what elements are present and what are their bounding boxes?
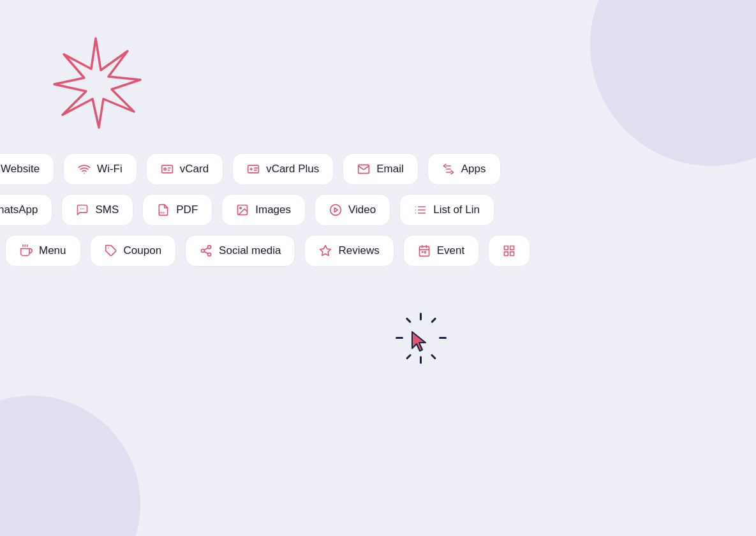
dash-line-6: [431, 354, 436, 359]
svg-rect-42: [424, 251, 426, 253]
bg-circle-top-right: [590, 0, 756, 166]
chip-event-label: Event: [437, 244, 464, 257]
chip-whatsapp-label: WhatsApp: [0, 204, 38, 216]
svg-marker-36: [320, 246, 331, 256]
sms-icon: [76, 204, 89, 216]
chip-wifi-label: Wi-Fi: [97, 163, 122, 175]
dash-line-4: [420, 356, 422, 364]
apps-icon: [442, 163, 455, 175]
chip-video[interactable]: Video: [315, 194, 390, 226]
chip-vcard-plus-label: vCard Plus: [266, 163, 319, 175]
dash-line-7: [431, 317, 436, 323]
cursor-arrow: [410, 331, 430, 356]
chip-email-label: Email: [376, 163, 404, 175]
chip-whatsapp[interactable]: WhatsApp: [0, 194, 52, 226]
chips-content: Website Wi-Fi vCard: [0, 153, 756, 267]
star-burst-decoration: [45, 32, 147, 134]
bg-circle-bottom-left: [0, 396, 140, 536]
vcard-icon: [161, 163, 174, 175]
chip-event[interactable]: Event: [403, 235, 479, 267]
chip-menu-label: Menu: [39, 244, 66, 257]
chip-images[interactable]: Images: [221, 194, 306, 226]
row-3: Menu Coupon Social media: [0, 235, 756, 267]
chip-reviews[interactable]: Reviews: [304, 235, 394, 267]
chip-vcard-label: vCard: [180, 163, 209, 175]
wifi-icon: [78, 163, 91, 175]
chip-social-media-label: Social media: [219, 244, 281, 257]
star-icon: [319, 244, 332, 257]
dash-line-8: [406, 354, 411, 359]
chip-extra[interactable]: [488, 235, 530, 267]
chip-wifi[interactable]: Wi-Fi: [63, 153, 137, 185]
chip-pdf[interactable]: PDF PDF: [142, 194, 212, 226]
chip-sms[interactable]: SMS: [61, 194, 133, 226]
chip-pdf-label: PDF: [176, 204, 198, 216]
svg-rect-41: [422, 251, 424, 253]
chip-apps-label: Apps: [461, 163, 486, 175]
chip-menu[interactable]: Menu: [5, 235, 81, 267]
chip-vcard-plus[interactable]: vCard Plus: [232, 153, 334, 185]
chip-email[interactable]: Email: [343, 153, 419, 185]
extra-icon: [503, 244, 515, 257]
svg-rect-46: [505, 252, 508, 256]
dash-line-2: [439, 337, 447, 339]
svg-line-34: [204, 251, 208, 253]
pdf-icon: PDF: [157, 204, 170, 216]
row-1: Website Wi-Fi vCard: [0, 153, 756, 185]
dash-line-3: [420, 313, 422, 320]
email-icon: [357, 163, 370, 175]
chip-apps[interactable]: Apps: [427, 153, 501, 185]
row-2: WhatsApp SMS PDF PDF: [0, 194, 756, 226]
video-icon: [329, 204, 342, 216]
svg-text:PDF: PDF: [159, 211, 165, 214]
chip-reviews-label: Reviews: [338, 244, 379, 257]
chip-sms-label: SMS: [95, 204, 119, 216]
chip-list-label: List of Lin: [433, 204, 480, 216]
coupon-icon: [105, 244, 117, 257]
menu-icon: [20, 244, 33, 257]
svg-rect-5: [248, 165, 259, 173]
chip-website-label: Website: [1, 163, 40, 175]
svg-point-4: [164, 168, 166, 170]
share-icon: [200, 244, 212, 257]
svg-rect-45: [510, 252, 514, 256]
svg-line-35: [204, 248, 208, 249]
images-icon: [236, 204, 249, 216]
chip-vcard[interactable]: vCard: [146, 153, 223, 185]
svg-point-19: [330, 205, 341, 216]
dash-line-1: [396, 337, 403, 339]
dash-line-5: [406, 317, 411, 323]
svg-rect-43: [505, 246, 508, 250]
svg-point-18: [240, 207, 242, 209]
chip-coupon[interactable]: Coupon: [90, 235, 177, 267]
cursor-animation: [396, 313, 447, 364]
chip-list-of-links[interactable]: List of Lin: [399, 194, 494, 226]
chip-coupon-label: Coupon: [124, 244, 162, 257]
svg-rect-44: [510, 246, 514, 250]
chip-video-label: Video: [348, 204, 376, 216]
chip-social-media[interactable]: Social media: [185, 235, 295, 267]
list-icon: [414, 204, 427, 216]
vcard-plus-icon: [247, 163, 260, 175]
event-icon: [418, 244, 431, 257]
svg-marker-20: [334, 208, 337, 212]
chip-website[interactable]: Website: [0, 153, 54, 185]
chip-images-label: Images: [255, 204, 291, 216]
